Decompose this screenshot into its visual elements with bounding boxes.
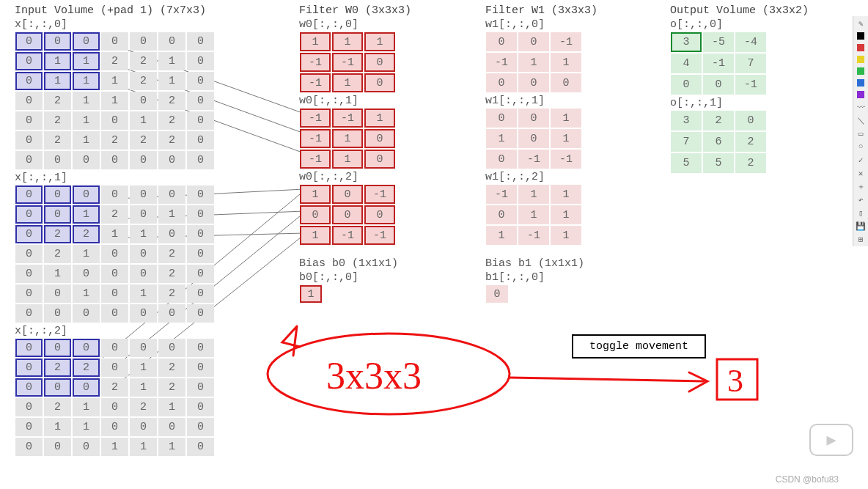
cell: 1: [101, 438, 128, 456]
cell: 7: [671, 132, 702, 152]
cell: 0: [130, 245, 157, 263]
cell: 0: [187, 359, 214, 377]
cell: 0: [73, 185, 100, 204]
cell: 0: [101, 359, 128, 377]
cell: 2: [158, 359, 185, 377]
w11-label: w1[:,:,1]: [485, 95, 647, 107]
color-swatch[interactable]: [857, 56, 864, 63]
x1-label: x[:,:,1]: [15, 172, 264, 184]
plus-icon[interactable]: ＋: [856, 182, 865, 191]
cell: 1: [73, 131, 100, 150]
cell: 0: [15, 438, 43, 456]
wave-icon[interactable]: 〰: [856, 103, 865, 111]
cell: 2: [73, 225, 100, 243]
cell: 0: [703, 75, 734, 95]
cell: -1: [486, 53, 517, 72]
cell: 1: [73, 52, 100, 70]
color-swatch[interactable]: [857, 91, 864, 98]
cell: 1: [158, 72, 185, 90]
cell: 0: [158, 418, 185, 436]
cell: 1: [551, 129, 581, 148]
cell: 1: [486, 226, 517, 245]
w00-label: w0[:,:,0]: [299, 18, 460, 31]
output-column: Output Volume (3x3x2) o[:,:,0] 3-5-44-17…: [670, 4, 861, 175]
cell: 0: [187, 185, 214, 204]
cell: 6: [703, 132, 734, 152]
cell: 0: [73, 304, 100, 323]
cell: 0: [15, 151, 43, 169]
cell: 0: [332, 185, 363, 204]
cell: 1: [130, 111, 157, 130]
save-icon[interactable]: 💾: [856, 221, 865, 230]
cell: 0: [73, 151, 100, 169]
cell: 2: [735, 153, 766, 173]
rect-icon[interactable]: ▭: [856, 129, 865, 138]
cell: 0: [15, 111, 43, 130]
cell: 0: [486, 150, 517, 169]
color-swatch[interactable]: [857, 67, 864, 75]
check-icon[interactable]: ✓: [856, 155, 865, 164]
color-swatch[interactable]: [857, 79, 864, 87]
cursor-icon[interactable]: ✎: [856, 19, 865, 28]
cell: 2: [158, 378, 185, 397]
cell: 0: [518, 73, 549, 92]
svg-rect-10: [717, 359, 757, 400]
toggle-movement-button[interactable]: toggle movement: [572, 334, 706, 359]
cell: 0: [130, 185, 157, 204]
b1-cell: 0: [486, 285, 508, 303]
grid-o1: 320762552: [670, 110, 861, 174]
line-icon[interactable]: ＼: [856, 116, 865, 125]
circle-icon[interactable]: ○: [856, 142, 865, 151]
cell: 0: [73, 32, 100, 51]
cell: 0: [486, 109, 517, 128]
cell: 1: [300, 32, 331, 51]
cross-icon[interactable]: ✕: [856, 169, 865, 177]
color-swatch[interactable]: [857, 44, 864, 51]
cell: 0: [15, 339, 43, 357]
grid-o0: 3-5-44-1700-1: [670, 32, 861, 95]
cell: 0: [364, 205, 395, 224]
w0-column: Filter W0 (3x3x3) w0[:,:,0] 111-1-10-110…: [299, 4, 460, 305]
cell: 0: [158, 185, 185, 204]
cell: 0: [44, 438, 71, 456]
undo-icon[interactable]: ↶: [856, 195, 865, 204]
cell: 2: [158, 265, 185, 283]
cell: 0: [101, 339, 128, 357]
cell: 2: [735, 132, 766, 152]
cell: 0: [44, 339, 71, 357]
cell: 0: [158, 304, 185, 323]
grid-icon[interactable]: ⊞: [856, 235, 865, 243]
cell: 0: [130, 339, 157, 357]
cell: -1: [300, 53, 331, 72]
cell: 2: [703, 111, 734, 130]
cell: 1: [551, 185, 581, 204]
cell: 2: [101, 52, 128, 70]
cell: 0: [15, 131, 43, 150]
bias-b1: 0: [485, 284, 647, 304]
page-icon[interactable]: ▯: [856, 208, 865, 217]
cell: 1: [44, 72, 71, 90]
cell: 0: [158, 339, 185, 357]
b1-header: Bias b1 (1x1x1): [485, 257, 647, 270]
grid-x1: 0000000001201002211000210020010002000101…: [15, 185, 264, 323]
cell: 0: [158, 32, 185, 51]
cell: 0: [486, 205, 517, 224]
cell: 1: [130, 225, 157, 243]
color-swatch[interactable]: [857, 32, 864, 40]
cell: 0: [15, 92, 43, 110]
cell: 2: [101, 131, 128, 150]
cell: 0: [44, 151, 71, 169]
cell: 0: [15, 245, 43, 263]
play-overlay-icon[interactable]: ▶: [809, 424, 853, 456]
cell: 0: [187, 52, 214, 70]
input-column: Input Volume (+pad 1) (7x7x3) x[:,:,0] 0…: [15, 4, 264, 458]
cell: 1: [73, 245, 100, 263]
cell: 1: [101, 225, 128, 243]
cell: 1: [73, 205, 100, 224]
b0-cell: 1: [300, 285, 322, 303]
cell: 0: [671, 75, 702, 95]
cell: 2: [130, 131, 157, 150]
cell: 1: [44, 418, 71, 436]
cell: 1: [332, 129, 363, 148]
cell: 1: [518, 53, 549, 72]
